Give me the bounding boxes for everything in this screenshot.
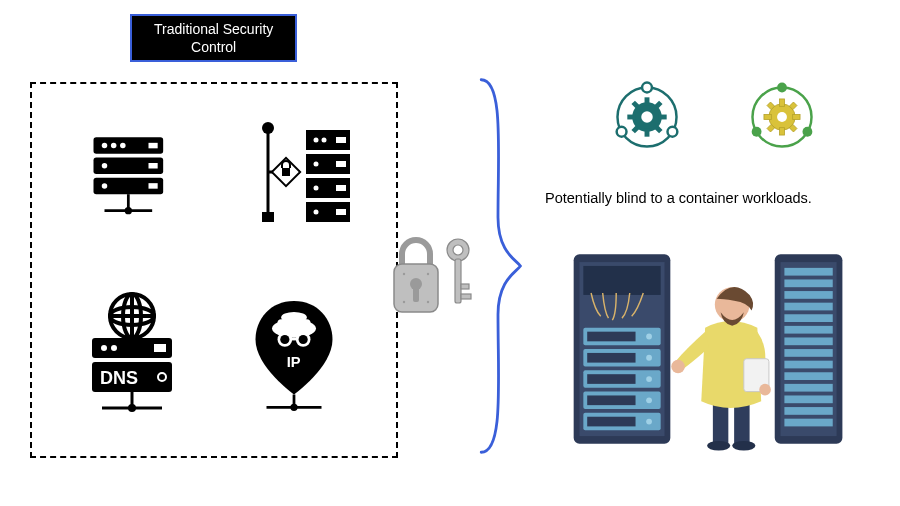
svg-point-65 (403, 301, 405, 303)
svg-point-54 (299, 335, 308, 344)
svg-rect-122 (784, 291, 832, 299)
svg-rect-108 (587, 332, 635, 342)
svg-rect-127 (784, 349, 832, 357)
svg-rect-93 (763, 115, 770, 120)
svg-rect-69 (455, 259, 461, 303)
svg-point-140 (759, 384, 771, 396)
svg-point-24 (314, 138, 319, 143)
sysadmin-with-server-racks-icon (564, 244, 854, 464)
svg-point-4 (111, 143, 117, 149)
svg-rect-111 (587, 395, 635, 405)
svg-rect-10 (149, 183, 158, 189)
svg-point-27 (314, 162, 319, 167)
svg-point-74 (667, 127, 677, 137)
svg-rect-112 (587, 417, 635, 427)
svg-rect-125 (784, 326, 832, 334)
svg-rect-132 (784, 407, 832, 415)
svg-point-75 (616, 127, 626, 137)
svg-rect-130 (784, 384, 832, 392)
svg-point-50 (281, 312, 307, 323)
caption-text: Potentially blind to a container workloa… (545, 190, 812, 206)
svg-rect-123 (784, 303, 832, 311)
svg-rect-62 (413, 286, 419, 302)
svg-point-64 (427, 273, 429, 275)
server-icon (57, 104, 207, 244)
svg-rect-128 (784, 361, 832, 369)
svg-point-3 (102, 143, 108, 149)
svg-rect-78 (644, 128, 649, 136)
svg-rect-16 (262, 212, 274, 222)
svg-rect-94 (792, 115, 799, 120)
svg-rect-55 (290, 338, 297, 341)
svg-point-85 (641, 111, 652, 122)
svg-rect-32 (336, 209, 346, 215)
svg-rect-42 (154, 344, 166, 352)
svg-text:DNS: DNS (100, 368, 138, 388)
svg-rect-121 (784, 279, 832, 287)
curly-brace-connector (470, 72, 526, 460)
svg-rect-30 (336, 185, 346, 191)
svg-rect-8 (149, 163, 158, 169)
svg-rect-109 (587, 353, 635, 363)
svg-point-9 (102, 183, 108, 189)
svg-rect-70 (461, 284, 469, 289)
svg-rect-129 (784, 372, 832, 380)
svg-point-15 (262, 122, 274, 134)
svg-point-31 (314, 210, 319, 215)
svg-point-29 (314, 186, 319, 191)
svg-rect-124 (784, 314, 832, 322)
container-gear-green-icon (741, 76, 823, 162)
svg-point-137 (732, 441, 755, 451)
firewall-icon (214, 104, 374, 244)
svg-rect-120 (784, 268, 832, 276)
dns-server-icon: DNS (57, 276, 207, 436)
svg-point-68 (453, 245, 463, 255)
svg-point-88 (802, 127, 812, 137)
svg-rect-26 (336, 137, 346, 143)
svg-point-73 (642, 83, 652, 93)
svg-point-59 (290, 404, 297, 411)
svg-rect-28 (336, 161, 346, 167)
ip-location-pin-icon: IP (214, 276, 374, 436)
svg-point-47 (128, 404, 136, 412)
svg-point-63 (403, 273, 405, 275)
title-line2: Control (154, 38, 273, 56)
svg-rect-102 (583, 266, 660, 295)
svg-text:IP: IP (287, 354, 301, 370)
svg-point-115 (646, 376, 652, 382)
svg-point-13 (125, 207, 132, 214)
svg-rect-92 (779, 128, 784, 135)
svg-point-116 (646, 397, 652, 403)
svg-point-41 (111, 345, 117, 351)
title-badge: Traditional Security Control (130, 14, 297, 62)
padlock-and-key-icon (384, 228, 474, 318)
svg-point-40 (101, 345, 107, 351)
svg-rect-131 (784, 395, 832, 403)
svg-point-89 (751, 127, 761, 137)
svg-point-136 (707, 441, 730, 451)
svg-rect-126 (784, 337, 832, 345)
svg-point-5 (120, 143, 126, 149)
svg-point-113 (646, 334, 652, 340)
svg-point-114 (646, 355, 652, 361)
svg-rect-77 (644, 97, 649, 105)
svg-point-99 (777, 112, 787, 122)
svg-rect-91 (779, 99, 784, 106)
title-line1: Traditional Security (154, 20, 273, 38)
svg-rect-133 (784, 419, 832, 427)
svg-rect-79 (627, 115, 635, 120)
container-gear-teal-icon (606, 76, 688, 162)
container-gears-row (594, 76, 834, 162)
svg-point-25 (322, 138, 327, 143)
svg-rect-6 (149, 143, 158, 149)
svg-rect-80 (658, 115, 666, 120)
svg-point-87 (777, 83, 787, 93)
traditional-security-box: DNS IP (30, 82, 398, 458)
svg-point-138 (671, 360, 685, 374)
svg-point-66 (427, 301, 429, 303)
svg-rect-19 (282, 168, 290, 176)
svg-point-117 (646, 419, 652, 425)
svg-point-53 (280, 335, 289, 344)
svg-point-7 (102, 163, 108, 169)
svg-rect-110 (587, 374, 635, 384)
